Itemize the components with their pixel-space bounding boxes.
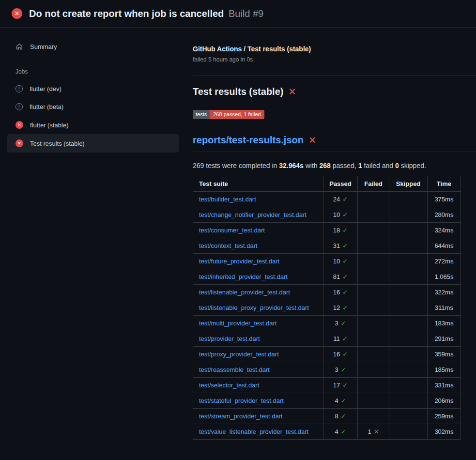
- sidebar-item-label: flutter (dev): [30, 86, 61, 92]
- passed-cell: 10✓: [323, 207, 358, 223]
- skipped-cell: [389, 378, 428, 393]
- passed-value: 18: [333, 227, 340, 234]
- passed-value: 3: [335, 320, 338, 327]
- sidebar-item-label: flutter (stable): [30, 122, 68, 128]
- test-suite-link[interactable]: test/value_listenable_provider_test.dart: [199, 428, 308, 435]
- sidebar-item-label: Summary: [30, 44, 57, 50]
- duration-value: 32.964s: [279, 162, 304, 169]
- failed-cell: ✕: [357, 238, 389, 254]
- table-row: test/consumer_test.dart 18✓ ✕ 324ms: [193, 223, 461, 238]
- header: ✕ Do not create report when job is cance…: [0, 0, 476, 28]
- test-suite-link[interactable]: test/proxy_provider_test.dart: [199, 351, 279, 358]
- failed-icon: ✕: [15, 121, 23, 129]
- time-cell: 183ms: [427, 316, 461, 331]
- cross-icon: ✕: [374, 428, 379, 435]
- passed-value: 4: [335, 397, 338, 404]
- table-row: test/builder_test.dart 24✓ ✕ 375ms: [193, 192, 461, 207]
- failed-cell: 1✕: [357, 424, 389, 440]
- passed-cell: 16✓: [323, 347, 358, 362]
- failed-cell: ✕: [357, 269, 389, 285]
- sidebar-item-test-results-stable[interactable]: ✕ Test results (stable): [7, 134, 179, 153]
- test-suite-link[interactable]: test/reassemble_test.dart: [199, 366, 270, 373]
- check-icon: ✓: [341, 428, 346, 435]
- passed-cell: 17✓: [323, 378, 358, 393]
- test-suite-link[interactable]: test/listenable_proxy_provider_test.dart: [199, 304, 309, 311]
- passed-value: 3: [335, 366, 338, 373]
- failed-cell: ✕: [357, 223, 389, 238]
- table-row: test/multi_provider_test.dart 3✓ ✕ 183ms: [193, 316, 461, 331]
- sidebar-item-flutter-beta[interactable]: flutter (beta): [7, 98, 179, 116]
- home-icon: [15, 43, 23, 50]
- test-summary-text: 269 tests were completed in 32.964s with…: [193, 162, 476, 169]
- table-row: test/selector_test.dart 17✓ ✕ 331ms: [193, 378, 461, 393]
- x-glyph: ✕: [17, 141, 21, 146]
- failed-cell: ✕: [357, 393, 389, 409]
- passed-value: 16: [333, 351, 340, 358]
- passed-cell: 3✓: [323, 316, 358, 331]
- time-cell: 291ms: [427, 331, 461, 347]
- skipped-cell: [389, 207, 428, 223]
- time-cell: 331ms: [427, 378, 461, 393]
- test-suite-link[interactable]: test/builder_test.dart: [199, 196, 256, 203]
- failed-x-icon: ✕: [308, 136, 316, 145]
- check-icon: ✓: [342, 289, 348, 296]
- passed-value: 10: [333, 211, 340, 218]
- tests-badge: tests 268 passed, 1 failed: [193, 110, 264, 119]
- skipped-cell: [389, 223, 428, 238]
- time-cell: 259ms: [427, 409, 461, 424]
- passed-value: 17: [333, 382, 340, 389]
- time-cell: 280ms: [427, 207, 461, 223]
- failed-cell: ✕: [357, 254, 389, 269]
- report-file-link[interactable]: reports/test-results.json: [193, 135, 304, 146]
- cancelled-icon: [15, 85, 23, 92]
- section-title-text: Test results (stable): [193, 86, 283, 97]
- passed-value: 81: [333, 273, 340, 280]
- col-failed: Failed: [357, 176, 389, 192]
- failed-cell: ✕: [357, 362, 389, 378]
- test-suite-link[interactable]: test/multi_provider_test.dart: [199, 320, 276, 327]
- main-content: GitHub Actions / Test results (stable) f…: [184, 28, 476, 440]
- passed-value: 8: [335, 413, 338, 420]
- test-suite-link[interactable]: test/selector_test.dart: [199, 382, 259, 389]
- test-suite-link[interactable]: test/listenable_provider_test.dart: [199, 289, 290, 296]
- passed-cell: 10✓: [323, 254, 358, 269]
- test-suite-link[interactable]: test/context_test.dart: [199, 242, 258, 249]
- test-suite-link[interactable]: test/provider_test.dart: [199, 335, 260, 342]
- check-icon: ✓: [342, 304, 348, 311]
- table-row: test/listenable_provider_test.dart 16✓ ✕…: [193, 285, 461, 300]
- sidebar-item-summary[interactable]: Summary: [7, 37, 179, 56]
- failed-cell: ✕: [357, 316, 389, 331]
- test-suite-link[interactable]: test/stream_provider_test.dart: [199, 413, 283, 420]
- skipped-cell: [389, 238, 428, 254]
- divider: [193, 75, 476, 76]
- sidebar-item-flutter-dev[interactable]: flutter (dev): [7, 80, 179, 98]
- results-table: Test suite Passed Failed Skipped Time te…: [193, 176, 461, 440]
- test-suite-link[interactable]: test/inherited_provider_test.dart: [199, 273, 288, 280]
- breadcrumb[interactable]: GitHub Actions / Test results (stable): [193, 45, 476, 53]
- table-row: test/provider_test.dart 11✓ ✕ 291ms: [193, 331, 461, 347]
- failed-cell: ✕: [357, 207, 389, 223]
- sidebar-item-flutter-stable[interactable]: ✕ flutter (stable): [7, 116, 179, 134]
- check-icon: ✓: [342, 227, 348, 234]
- test-suite-link[interactable]: test/consumer_test.dart: [199, 227, 265, 234]
- test-suite-link[interactable]: test/stateful_provider_test.dart: [199, 397, 284, 404]
- check-icon: ✓: [342, 242, 348, 249]
- passed-cell: 8✓: [323, 409, 358, 424]
- build-number: Build #9: [229, 8, 263, 19]
- run-title: Do not create report when job is cancell…: [29, 8, 224, 19]
- time-cell: 359ms: [427, 347, 461, 362]
- failed-cell: ✕: [357, 192, 389, 207]
- failed-count: 1: [358, 162, 362, 169]
- test-suite-link[interactable]: test/change_notifier_provider_test.dart: [199, 211, 307, 218]
- passed-cell: 4✓: [323, 424, 358, 440]
- x-glyph: ✕: [15, 11, 19, 16]
- failed-cell: ✕: [357, 409, 389, 424]
- failed-status-icon: ✕: [12, 8, 22, 19]
- skipped-cell: [389, 300, 428, 316]
- time-cell: 324ms: [427, 223, 461, 238]
- test-suite-link[interactable]: test/future_provider_test.dart: [199, 258, 279, 265]
- passed-cell: 18✓: [323, 223, 358, 238]
- table-header-row: Test suite Passed Failed Skipped Time: [193, 176, 461, 192]
- passed-cell: 4✓: [323, 393, 358, 409]
- skipped-cell: [389, 424, 428, 440]
